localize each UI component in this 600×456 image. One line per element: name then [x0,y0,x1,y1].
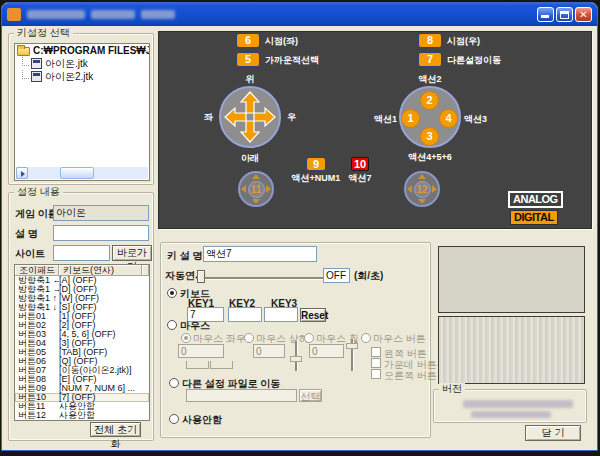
close-window-button[interactable]: ✕ [575,7,592,22]
table-row[interactable]: 버튼10[7] (OFF) [15,393,149,402]
dpad-down-label: 아래 [231,153,269,164]
title-bar: ✕ [2,3,597,26]
reset-all-button[interactable]: 전체 초기화 [90,422,141,437]
minimize-icon [541,15,549,18]
minimize-button[interactable] [537,7,554,22]
mouse-ud-field [253,344,285,358]
action-button-2[interactable]: 2 [420,91,439,110]
header-filler [142,265,149,276]
scroll-right-button[interactable] [16,167,28,179]
table-row[interactable]: 버튼05[TAB] (OFF) [15,348,149,357]
action-button-3[interactable]: 3 [420,127,439,146]
pad-button-5[interactable]: 5 [236,52,260,67]
pad-button-9[interactable]: 9 [306,157,326,171]
pad-button-7-label: 다른설정이동 [447,55,501,66]
left-stick-number: 11 [248,181,265,198]
close-dialog-button[interactable]: 닫 기 [525,425,581,441]
tree-connector [22,57,29,66]
table-row[interactable]: 버튼06[Q] (OFF) [15,357,149,366]
disable-radio[interactable] [169,414,179,424]
keyfile-groupbox: 키설정 선택 C:₩PROGRAM FILES₩JOYTRON₩C 아이온.jt… [8,33,154,185]
tree-root-label: C:₩PROGRAM FILES₩JOYTRON₩C [33,45,149,56]
keyboard-cell: [E] (OFF) [59,375,149,384]
table-row[interactable]: 방향축1 ↓[S] (OFF) [15,303,149,312]
stick-up-icon [418,174,426,179]
mouse-radio[interactable] [167,320,177,330]
keyboard-radio[interactable] [167,288,177,298]
table-row[interactable]: 방향축1 ←[A] (OFF) [15,276,149,285]
table-row[interactable]: 버튼08[E] (OFF) [15,375,149,384]
left-analog-stick[interactable]: 11 [238,171,274,207]
tree-item-file[interactable]: 아이온.jtk [15,57,149,70]
middle-button-label: 가운데 버튼 [384,359,437,370]
mouse-lr-radio [181,333,191,343]
table-row[interactable]: 방향축1 →[D] (OFF) [15,285,149,294]
horizontal-scrollbar[interactable] [16,167,148,179]
keymap-table: 조이패드 키보드(연사) 방향축1 ←[A] (OFF)방향축1 →[D] (O… [14,264,150,421]
mouse-radio-label: 마우스 [180,320,210,331]
tree-item-root[interactable]: C:₩PROGRAM FILES₩JOYTRON₩C [15,44,149,57]
mouse-ud-slider-thumb [290,356,302,362]
tree-file-label: 아이온2.jtk [45,70,93,83]
keyboard-cell: [W] (OFF) [59,294,149,303]
stick-down-icon [252,199,260,204]
key-name-field[interactable] [203,246,317,262]
redacted-version-text [471,411,551,418]
table-row[interactable]: 방향축1 ↑[W] (OFF) [15,294,149,303]
joypad-cell: 방향축1 ↑ [15,294,59,303]
game-name-field[interactable] [53,205,149,221]
joypad-cell: 버튼11 [15,402,59,411]
keyboard-cell: 사용안함 [59,402,149,411]
mouse-button-radio [361,333,371,343]
scrollbar-thumb[interactable] [60,167,94,179]
stick-right-icon [432,185,437,193]
table-row[interactable]: 버튼02[2] (OFF) [15,321,149,330]
autofire-slider-track[interactable] [199,277,323,279]
pad-button-5-label: 가까운적선택 [265,55,319,66]
table-row[interactable]: 버튼01[1] (OFF) [15,312,149,321]
dpad[interactable] [219,86,281,148]
pad-button-6[interactable]: 6 [236,33,260,48]
table-row[interactable]: 버튼11사용안함 [15,402,149,411]
table-row[interactable]: 버튼07[이동(아이온2.jtk)] [15,366,149,375]
right-analog-stick[interactable]: 12 [404,171,440,207]
description-field[interactable] [53,225,149,241]
dpad-up-label: 위 [234,74,266,85]
site-field[interactable] [53,245,110,261]
disable-radio-label: 사용안함 [182,414,222,425]
move-config-radio[interactable] [169,378,179,388]
move-config-field [186,389,297,402]
key3-field[interactable] [264,307,298,322]
action-button-1[interactable]: 1 [401,109,420,128]
action456-label: 액션4+5+6 [401,152,459,163]
table-row[interactable]: 버튼04[3] (OFF) [15,339,149,348]
autofire-slider-thumb[interactable] [197,270,205,283]
pad-button-7[interactable]: 7 [418,52,442,67]
keyboard-cell: [이동(아이온2.jtk)] [59,366,149,375]
mouse-button-label: 마우스 버튼 [373,333,426,344]
joypad-cell: 버튼08 [15,375,59,384]
table-row[interactable]: 버튼12사용안함 [15,411,149,420]
table-row[interactable]: 버튼09[NUM 7, NUM 6] ... [15,384,149,393]
action-button-4[interactable]: 4 [439,109,458,128]
mouse-wheel-field [309,344,344,358]
keyboard-cell: [A] (OFF) [59,276,149,285]
shortcut-button[interactable]: 바로가기 [112,245,152,261]
right-button-label: 오른쪽 버튼 [384,370,437,381]
pad-button-10[interactable]: 10 [351,157,369,171]
reset-button[interactable]: Reset [300,308,326,322]
autofire-field[interactable] [323,268,350,283]
tree-item-file[interactable]: 아이온2.jtk [15,70,149,83]
app-window: ✕ 키설정 선택 C:₩PROGRAM FILES₩JOYTRON₩C 아이온.… [1,2,598,451]
pad-button-8[interactable]: 8 [418,33,442,48]
keymap-table-rows: 방향축1 ←[A] (OFF)방향축1 →[D] (OFF)방향축1 ↑[W] … [15,276,149,420]
tree-file-label: 아이온.jtk [45,57,88,70]
settings-groupbox: 설정 내용 게임 이름 설 명 사이트 바로가기 조이패드 키보드(연사) 방향… [8,192,154,441]
keymap-table-header: 조이패드 키보드(연사) [15,265,149,276]
key2-field[interactable] [228,307,262,322]
game-name-label: 게임 이름 [15,208,58,219]
table-row[interactable]: 버튼03[4, 5, 6] (OFF) [15,330,149,339]
keyboard-cell: [3] (OFF) [59,339,149,348]
maximize-button[interactable] [556,7,573,22]
redacted-version-text [463,400,573,408]
